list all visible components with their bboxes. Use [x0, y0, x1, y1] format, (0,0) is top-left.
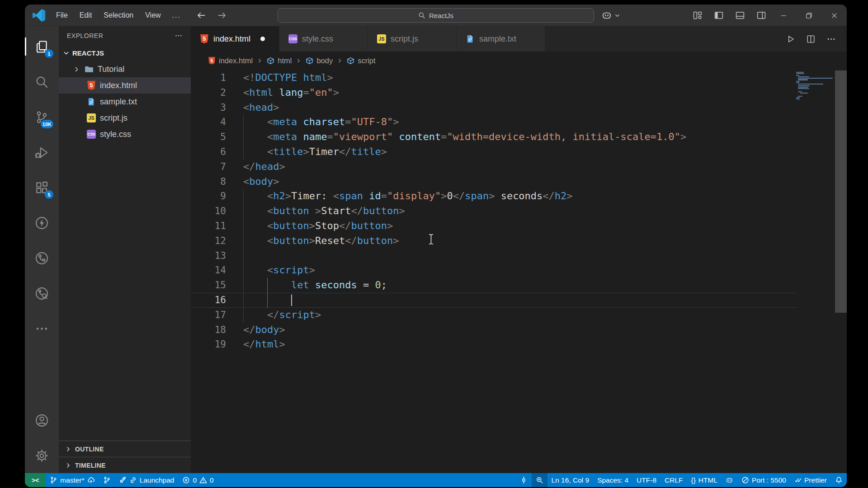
code-line-4[interactable]: 4 <meta charset="UTF-8"> [191, 115, 797, 130]
status-git-branch-status[interactable]: master* [46, 473, 99, 487]
status-remote-indicator[interactable]: >< [25, 473, 46, 487]
status-zoom-indicator[interactable] [532, 473, 547, 487]
layout-sidebar-right-icon[interactable] [756, 10, 766, 20]
status-eol-sequence[interactable]: CRLF [660, 473, 687, 487]
breadcrumb-label: body [316, 56, 333, 65]
status-text: master* [60, 476, 84, 484]
activitybar-accounts[interactable] [25, 403, 59, 438]
minimize-button[interactable] [771, 5, 796, 26]
status-encoding[interactable]: UTF-8 [632, 473, 660, 487]
code-line-8[interactable]: 8<body> [191, 174, 797, 189]
breadcrumb-item-index-html[interactable]: 5index.html [208, 56, 253, 65]
code-line-6[interactable]: 6 <title>Timer</title> [191, 145, 797, 160]
split-editor-icon[interactable] [806, 34, 816, 44]
code-line-18[interactable]: 18</body> [191, 323, 797, 338]
menu-view[interactable]: View [139, 5, 166, 26]
workspace-root-folder[interactable]: REACTJS [59, 45, 191, 61]
status-problems[interactable]: 00 [178, 473, 217, 487]
sidebar-section-outline[interactable]: OUTLINE [59, 441, 191, 457]
tab-sample-txt[interactable]: sample.txt [457, 26, 545, 52]
modified-dot-icon[interactable] [260, 37, 265, 41]
close-button[interactable] [821, 5, 847, 26]
status-language-mode[interactable]: {}HTML [687, 473, 722, 487]
breadcrumb-item-script[interactable]: script [347, 56, 375, 65]
code-line-7[interactable]: 7</head> [191, 160, 797, 174]
code-editor[interactable]: 1<!DOCTYPE html>2<html lang="en">3<head>… [191, 70, 847, 473]
code-line-1[interactable]: 1<!DOCTYPE html> [191, 70, 797, 85]
tab-index-html[interactable]: 5index.html [191, 26, 279, 52]
status-cursor-position[interactable]: Ln 16, Col 9 [547, 473, 594, 487]
navigate-back-icon[interactable] [196, 10, 206, 20]
status-indentation[interactable]: Spaces: 4 [593, 473, 632, 487]
tab-label: sample.txt [479, 34, 516, 44]
run-file-icon[interactable] [786, 34, 795, 44]
status-copilot-status[interactable] [722, 473, 737, 487]
line-content: </html> [243, 337, 797, 352]
copilot-icon[interactable] [601, 10, 612, 21]
code-line-12[interactable]: 12 <button>Reset</button> [191, 234, 797, 249]
tab-label: index.html [213, 34, 250, 44]
code-line-11[interactable]: 11 <button>Stop</button> [191, 219, 797, 234]
explorer-item-tutorial[interactable]: Tutorial [59, 61, 191, 77]
tab-style-css[interactable]: CSSstyle.css [279, 26, 368, 52]
activitybar-explorer[interactable]: 1 [25, 29, 59, 64]
sidebar-section-timeline[interactable]: TIMELINE [59, 457, 191, 473]
menu-file[interactable]: File [50, 5, 74, 26]
more-actions-icon[interactable] [826, 34, 836, 44]
breadcrumb-item-body[interactable]: body [306, 56, 333, 65]
code-line-13[interactable]: 13 [191, 249, 797, 263]
breadcrumb-item-html[interactable]: html [267, 56, 292, 65]
bell-icon [835, 476, 843, 484]
activitybar-run-and-debug[interactable] [25, 135, 59, 170]
line-content [243, 249, 797, 263]
layout-grid-icon[interactable] [693, 10, 703, 20]
command-center-search[interactable]: ReactJs [278, 8, 594, 23]
status-live-server-port[interactable]: Port : 5500 [737, 473, 790, 487]
activitybar-thunder-client[interactable] [25, 205, 59, 240]
chevron-right-icon [65, 446, 71, 452]
code-line-15[interactable]: 15 let seconds = 0; [191, 278, 797, 293]
status-text: 0 [193, 476, 197, 484]
section-label: OUTLINE [75, 446, 104, 453]
explorer-more-actions-icon[interactable] [175, 32, 183, 40]
navigate-forward-icon[interactable] [217, 10, 227, 20]
minimap[interactable] [796, 72, 834, 100]
activitybar-code-inspect[interactable] [25, 276, 59, 311]
status-launchpad[interactable]: Launchpad [115, 473, 179, 487]
code-line-17[interactable]: 17 </script> [191, 308, 797, 323]
code-line-16[interactable]: 16 [191, 293, 797, 308]
code-line-2[interactable]: 2<html lang="en"> [191, 85, 797, 100]
menu-overflow[interactable]: ... [167, 11, 186, 19]
scrollbar-slider[interactable] [835, 70, 847, 313]
activitybar-live-share[interactable] [25, 240, 59, 276]
activitybar-additional-views[interactable] [25, 311, 59, 346]
explorer-item-script-js[interactable]: JSscript.js [59, 110, 191, 126]
chevron-down-icon[interactable] [614, 13, 620, 19]
breadcrumb-label: script [358, 56, 375, 65]
tab-script-js[interactable]: JSscript.js [368, 26, 457, 52]
menu-edit[interactable]: Edit [74, 5, 98, 26]
activitybar-extensions[interactable]: 5 [25, 170, 59, 205]
activitybar-settings[interactable] [25, 438, 59, 473]
explorer-item-style-css[interactable]: CSSstyle.css [59, 126, 191, 142]
status-source-control-graph[interactable] [99, 473, 115, 487]
code-line-10[interactable]: 10 <button >Start</button> [191, 204, 797, 219]
explorer-item-sample-txt[interactable]: sample.txt [59, 94, 191, 110]
editor-scrollbar[interactable] [835, 70, 847, 473]
code-line-14[interactable]: 14 <script> [191, 263, 797, 278]
status-prettier[interactable]: ✓✓Prettier [790, 473, 831, 487]
code-line-19[interactable]: 19</html> [191, 337, 797, 352]
activitybar-source-control[interactable]: 10K [25, 99, 59, 135]
explorer-item-index-html[interactable]: 5index.html [59, 77, 191, 94]
status-commit-indicator[interactable] [516, 473, 532, 487]
layout-panel-icon[interactable] [735, 10, 745, 20]
status-notifications[interactable] [831, 473, 847, 487]
restore-button[interactable] [796, 5, 821, 26]
layout-sidebar-icon[interactable] [714, 10, 724, 20]
code-line-9[interactable]: 9 <h2>Timer: <span id="display">0</span>… [191, 189, 797, 204]
code-line-5[interactable]: 5 <meta name="viewport" content="width=d… [191, 130, 797, 145]
activitybar-search[interactable] [25, 64, 59, 99]
line-number: 6 [191, 145, 226, 160]
code-line-3[interactable]: 3<head> [191, 100, 797, 115]
menu-selection[interactable]: Selection [98, 5, 139, 26]
